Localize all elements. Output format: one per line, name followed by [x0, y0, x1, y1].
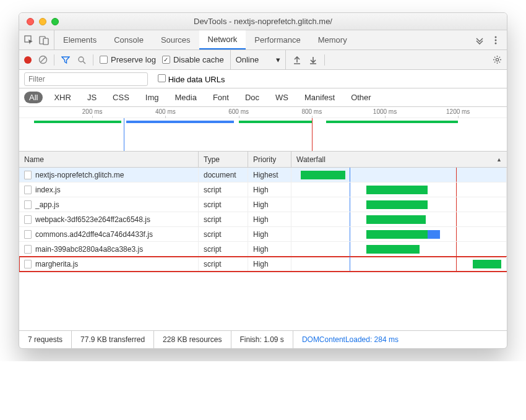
request-name: margherita.js [35, 260, 78, 268]
tab-network[interactable]: Network [199, 30, 246, 49]
upload-icon[interactable] [292, 55, 302, 65]
request-name: webpack-3df6523e264ff2ac6548.js [35, 215, 150, 224]
type-filter-all[interactable]: All [24, 92, 43, 103]
svg-point-3 [495, 36, 497, 38]
gear-icon[interactable] [492, 55, 502, 65]
timeline-marker [124, 118, 124, 151]
cell-waterfall [291, 197, 507, 212]
table-row[interactable]: commons.ad42dffe4ca746d4433f.jsscriptHig… [19, 227, 507, 242]
disable-cache-checkbox[interactable]: ✓ Disable cache [162, 55, 224, 64]
timeline-segment [34, 121, 122, 123]
timeline-overview[interactable]: 200 ms400 ms600 ms800 ms1000 ms1200 ms [19, 107, 507, 152]
table-row[interactable]: margherita.jsscriptHigh [19, 257, 507, 272]
request-rows: nextjs-noprefetch.glitch.medocumentHighe… [19, 168, 507, 272]
table-row[interactable]: _app.jsscriptHigh [19, 197, 507, 212]
record-button[interactable] [24, 56, 32, 64]
cell-name: main-399abc8280a4a8ca38e3.js [19, 242, 199, 256]
file-icon [24, 245, 32, 254]
preserve-log-label: Preserve log [111, 55, 156, 64]
column-waterfall[interactable]: Waterfall▲ [291, 152, 507, 167]
cell-type: script [199, 242, 248, 256]
filter-icon[interactable] [61, 55, 71, 65]
zoom-window-button[interactable] [51, 18, 59, 25]
cell-priority: High [248, 257, 291, 271]
type-filter-font[interactable]: Font [208, 92, 234, 103]
type-filter-other[interactable]: Other [346, 92, 376, 103]
cell-name: margherita.js [19, 257, 199, 271]
timeline-tick: 1000 ms [373, 108, 397, 115]
column-priority[interactable]: Priority [248, 152, 291, 167]
inspect-controls [19, 30, 54, 49]
type-filter-css[interactable]: CSS [108, 92, 134, 103]
cell-name: index.js [19, 182, 199, 197]
table-row[interactable]: index.jsscriptHigh [19, 182, 507, 197]
column-name[interactable]: Name [19, 152, 199, 167]
request-name: index.js [35, 186, 61, 194]
cell-waterfall [291, 257, 507, 271]
minimize-window-button[interactable] [39, 18, 46, 25]
cell-waterfall [291, 182, 507, 197]
column-type[interactable]: Type [199, 152, 248, 167]
cell-type: script [199, 212, 248, 226]
tab-sources[interactable]: Sources [152, 30, 199, 49]
type-filter-ws[interactable]: WS [270, 92, 293, 103]
tab-performance[interactable]: Performance [246, 30, 309, 49]
type-filter-manifest[interactable]: Manifest [300, 92, 340, 103]
timeline-tick: 200 ms [82, 108, 103, 115]
table-header: Name Type Priority Waterfall▲ [19, 152, 507, 168]
timeline-tick: 800 ms [301, 108, 322, 115]
window-controls [19, 18, 59, 25]
inspect-element-icon[interactable] [24, 35, 34, 45]
download-icon[interactable] [308, 55, 318, 65]
svg-point-4 [495, 39, 497, 41]
table-row[interactable]: nextjs-noprefetch.glitch.medocumentHighe… [19, 168, 507, 182]
type-filter-xhr[interactable]: XHR [49, 92, 75, 103]
type-filter-js[interactable]: JS [82, 92, 101, 103]
svg-rect-2 [43, 38, 48, 45]
hide-data-urls-checkbox[interactable]: Hide data URLs [158, 74, 225, 84]
filter-input[interactable] [24, 72, 148, 86]
table-row[interactable]: webpack-3df6523e264ff2ac6548.jsscriptHig… [19, 212, 507, 227]
device-toolbar-icon[interactable] [39, 35, 49, 45]
sort-indicator-icon: ▲ [496, 156, 502, 163]
clear-icon[interactable] [38, 55, 48, 65]
table-row[interactable]: main-399abc8280a4a8ca38e3.jsscriptHigh [19, 242, 507, 257]
preserve-log-checkbox[interactable]: Preserve log [100, 55, 156, 64]
cell-waterfall [291, 242, 507, 256]
type-filter-doc[interactable]: Doc [240, 92, 264, 103]
stat-dcl: DOMContentLoaded: 284 ms [293, 331, 407, 348]
disable-cache-label: Disable cache [173, 55, 224, 64]
type-filter-img[interactable]: Img [140, 92, 164, 103]
kebab-menu-icon[interactable] [491, 35, 501, 45]
network-toolbar: Preserve log ✓ Disable cache Online ▾ [19, 50, 507, 70]
throttle-value: Online [236, 55, 259, 64]
cell-type: document [199, 168, 248, 182]
file-icon [24, 260, 32, 268]
close-window-button[interactable] [27, 18, 34, 25]
tab-memory[interactable]: Memory [309, 30, 356, 49]
search-icon[interactable] [77, 55, 87, 65]
stat-finish: Finish: 1.09 s [231, 331, 293, 348]
cell-priority: High [248, 197, 291, 212]
cell-name: nextjs-noprefetch.glitch.me [19, 168, 199, 182]
more-tabs-icon[interactable] [475, 35, 485, 45]
chevron-down-icon: ▾ [276, 55, 280, 64]
timeline-segment [126, 121, 233, 123]
type-filter-media[interactable]: Media [170, 92, 201, 103]
throttle-select[interactable]: Online ▾ [230, 50, 287, 69]
empty-area [19, 272, 507, 331]
svg-point-8 [79, 57, 84, 62]
window-title: DevTools - nextjs-noprefetch.glitch.me/ [19, 17, 507, 26]
request-name: main-399abc8280a4a8ca38e3.js [35, 245, 143, 254]
timeline-segment [326, 121, 458, 123]
file-icon [24, 215, 32, 224]
status-bar: 7 requests 77.9 KB transferred 228 KB re… [19, 331, 507, 348]
tab-elements[interactable]: Elements [54, 30, 105, 49]
tab-console[interactable]: Console [105, 30, 152, 49]
cell-priority: High [248, 227, 291, 241]
request-name: nextjs-noprefetch.glitch.me [35, 171, 124, 179]
request-type-bar: AllXHRJSCSSImgMediaFontDocWSManifestOthe… [19, 88, 507, 107]
cell-type: script [199, 182, 248, 197]
svg-point-5 [495, 42, 497, 44]
cell-type: script [199, 227, 248, 241]
